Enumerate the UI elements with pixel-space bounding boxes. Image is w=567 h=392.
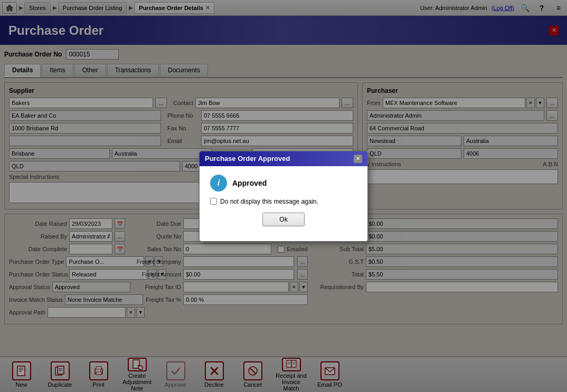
modal-message: Approved (232, 179, 267, 187)
modal-title-bar: Purchase Order Approved ✕ (200, 151, 367, 166)
modal-footer: Ok (210, 213, 357, 233)
modal-title: Purchase Order Approved (205, 155, 290, 162)
do-not-display-checkbox[interactable] (210, 198, 217, 205)
modal-body: i Approved Do not display this message a… (200, 166, 367, 241)
info-icon: i (210, 175, 227, 192)
modal-checkbox-row: Do not display this message again. (210, 198, 357, 205)
modal-info-row: i Approved (210, 175, 357, 192)
ok-button[interactable]: Ok (262, 213, 305, 226)
do-not-display-label: Do not display this message again. (220, 198, 318, 205)
modal-close-button[interactable]: ✕ (354, 155, 362, 163)
modal-overlay: Purchase Order Approved ✕ i Approved Do … (0, 0, 567, 392)
modal-dialog: Purchase Order Approved ✕ i Approved Do … (199, 151, 368, 242)
